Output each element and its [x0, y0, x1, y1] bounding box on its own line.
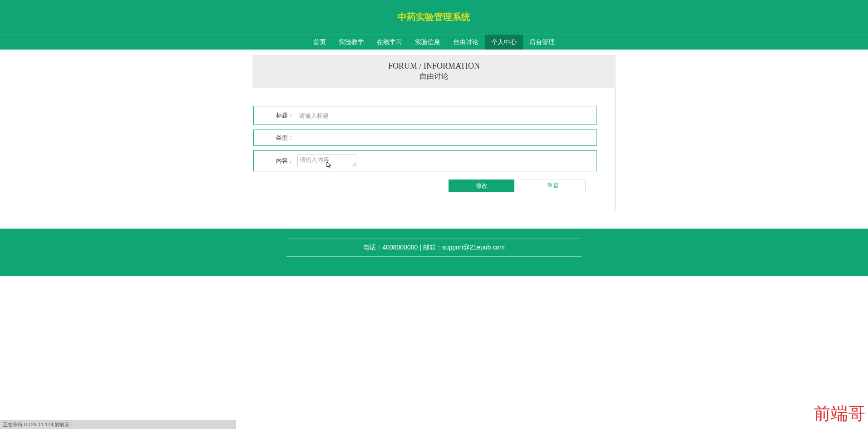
title-label: 标题：	[259, 111, 297, 120]
nav-experiment-info[interactable]: 实验信息	[409, 35, 447, 50]
nav-forum[interactable]: 自由讨论	[447, 35, 485, 50]
reset-button[interactable]: 重置	[520, 180, 586, 192]
footer-divider-top	[286, 239, 582, 239]
nav-online-study[interactable]: 在线学习	[370, 35, 409, 50]
form-row-content: 内容：	[253, 150, 597, 171]
main-nav: 首页 实验教学 在线学习 实验信息 自由讨论 个人中心 后台管理	[0, 35, 868, 50]
header-banner: 中药实验管理系统	[0, 0, 868, 35]
section-title-en: FORUM / INFORMATION	[252, 61, 616, 71]
button-row: 修改 重置	[253, 180, 597, 192]
form-row-type: 类型：	[253, 130, 597, 146]
nav-personal-center[interactable]: 个人中心	[485, 35, 523, 50]
footer-divider-bottom	[286, 256, 582, 257]
content-label: 内容：	[259, 157, 297, 165]
section-header: FORUM / INFORMATION 自由讨论	[252, 55, 616, 88]
nav-admin[interactable]: 后台管理	[523, 35, 561, 50]
content-wrapper: FORUM / INFORMATION 自由讨论 标题： 类型： 内容： 修改 …	[252, 55, 616, 210]
form-container: 标题： 类型： 内容： 修改 重置	[252, 88, 616, 210]
site-title: 中药实验管理系统	[398, 11, 470, 23]
section-title-zh: 自由讨论	[252, 72, 616, 81]
content-textarea[interactable]	[297, 155, 356, 167]
nav-experiment-teaching[interactable]: 实验教学	[332, 35, 370, 50]
submit-button[interactable]: 修改	[449, 180, 514, 192]
type-label: 类型：	[259, 134, 297, 142]
footer-contact: 电话：4008000000 | 邮箱：support@21epub.com	[0, 244, 868, 252]
form-row-title: 标题：	[253, 106, 597, 125]
footer: 电话：4008000000 | 邮箱：support@21epub.com	[0, 229, 868, 276]
title-input[interactable]	[297, 110, 591, 121]
nav-home[interactable]: 首页	[307, 35, 332, 50]
